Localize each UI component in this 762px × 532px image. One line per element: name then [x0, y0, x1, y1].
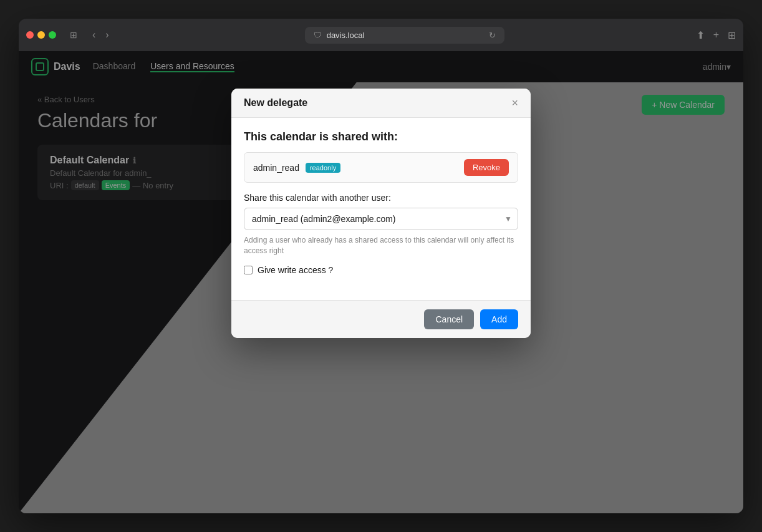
add-button[interactable]: Add: [480, 309, 518, 329]
shared-user-row: admin_read readonly Revoke: [244, 152, 518, 183]
modal-dialog: New delegate × This calendar is shared w…: [231, 89, 531, 338]
title-bar: ⊞ ‹ › 🛡 davis.local ↻ ⬆ + ⊞: [19, 19, 743, 51]
shared-username: admin_read: [253, 163, 299, 173]
new-tab-icon[interactable]: +: [713, 29, 719, 41]
close-window-button[interactable]: [26, 31, 34, 39]
browser-actions: ⬆ + ⊞: [697, 29, 736, 41]
write-access-row: Give write access ?: [244, 265, 518, 275]
address-bar[interactable]: 🛡 davis.local ↻: [305, 27, 504, 44]
write-access-label: Give write access ?: [258, 265, 333, 275]
modal-body: This calendar is shared with: admin_read…: [231, 118, 531, 300]
write-access-checkbox[interactable]: [244, 266, 253, 274]
sidebar-toggle-button[interactable]: ⊞: [66, 27, 81, 42]
shield-icon: 🛡: [314, 31, 322, 40]
revoke-button[interactable]: Revoke: [464, 159, 509, 176]
modal-overlay: New delegate × This calendar is shared w…: [19, 51, 743, 513]
app-content: Davis Dashboard Users and Resources admi…: [19, 51, 743, 513]
modal-title: New delegate: [244, 97, 307, 109]
forward-button[interactable]: ›: [102, 28, 112, 42]
refresh-icon[interactable]: ↻: [489, 31, 496, 40]
tab-overview-icon[interactable]: ⊞: [728, 29, 736, 41]
modal-section-title: This calendar is shared with:: [244, 130, 518, 143]
url-text: davis.local: [327, 31, 365, 40]
traffic-lights: [26, 31, 56, 39]
readonly-badge: readonly: [306, 163, 340, 173]
helper-text: Adding a user who already has a shared a…: [244, 235, 518, 256]
shared-user-info: admin_read readonly: [253, 163, 340, 173]
modal-close-button[interactable]: ×: [511, 97, 518, 109]
cancel-button[interactable]: Cancel: [424, 309, 474, 329]
maximize-window-button[interactable]: [49, 31, 56, 39]
share-icon[interactable]: ⬆: [697, 29, 705, 41]
modal-footer: Cancel Add: [231, 300, 531, 338]
address-bar-container: 🛡 davis.local ↻: [118, 27, 692, 44]
user-select[interactable]: admin_read (admin2@example.com): [244, 208, 518, 230]
user-select-wrapper: admin_read (admin2@example.com) ▼: [244, 208, 518, 230]
nav-arrows: ‹ ›: [89, 28, 113, 42]
browser-window: ⊞ ‹ › 🛡 davis.local ↻ ⬆ + ⊞: [19, 19, 743, 513]
minimize-window-button[interactable]: [37, 31, 45, 39]
modal-header: New delegate ×: [231, 89, 531, 118]
share-label: Share this calendar with another user:: [244, 193, 518, 203]
back-button[interactable]: ‹: [89, 28, 99, 42]
